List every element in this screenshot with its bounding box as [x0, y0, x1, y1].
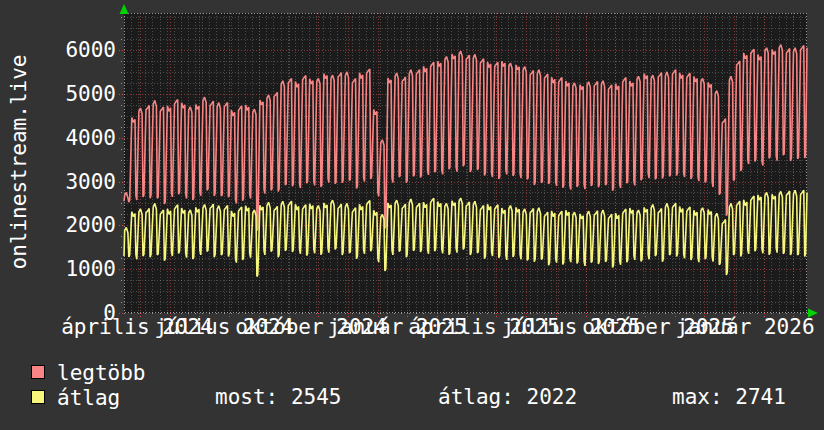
x-axis-tick-label: január 2026	[675, 316, 814, 338]
stat-max: max: 2741	[672, 388, 786, 406]
y-axis-tick-label: 4000	[56, 128, 116, 148]
stat-most-label: most:	[215, 385, 278, 409]
graph-title-vertical: onlinestream.live	[7, 55, 31, 270]
y-axis-tick-label: 1000	[56, 259, 116, 279]
stat-atlag: átlag: 2022	[438, 388, 577, 406]
rrd-graph: onlinestream.live 0100020003000400050006…	[0, 0, 824, 430]
stat-max-value: 2741	[735, 385, 786, 409]
stat-most: most: 2545	[215, 388, 341, 406]
y-axis-tick-label: 2000	[56, 215, 116, 235]
stat-most-value: 2545	[291, 385, 342, 409]
legend-swatch-legtobb	[31, 365, 45, 379]
stat-atlag-value: 2022	[527, 385, 578, 409]
legend-label-legtobb: legtöbb	[57, 364, 146, 382]
stat-atlag-label: átlag:	[438, 385, 514, 409]
legend-swatch-atlag	[31, 390, 45, 404]
y-axis-tick-label: 3000	[56, 172, 116, 192]
y-axis-arrow-icon	[120, 4, 129, 14]
y-axis-tick-label: 6000	[56, 40, 116, 60]
stat-max-label: max:	[672, 385, 723, 409]
legend-label-atlag: átlag	[57, 389, 120, 407]
y-axis-tick-label: 5000	[56, 84, 116, 104]
